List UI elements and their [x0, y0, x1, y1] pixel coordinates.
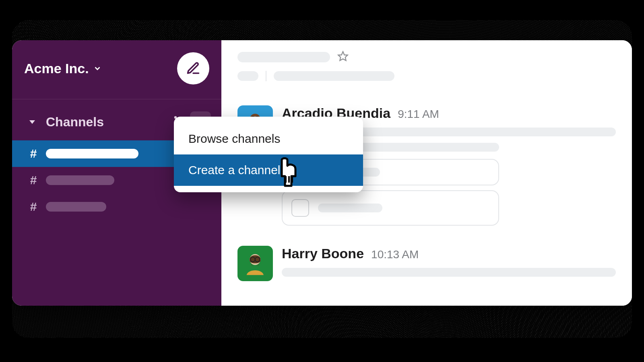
avatar[interactable] — [237, 246, 273, 281]
channel-item[interactable]: # — [12, 193, 221, 220]
channel-title-placeholder — [237, 52, 330, 62]
star-icon — [337, 51, 349, 62]
hash-icon: # — [28, 173, 39, 187]
add-channel-menu: Browse channels Create a channel — [174, 117, 363, 192]
attachment-title-placeholder — [318, 204, 382, 212]
message-time: 9:11 AM — [398, 108, 439, 121]
hash-icon: # — [28, 200, 39, 214]
workspace-name: Acme Inc. — [24, 61, 89, 76]
message: Harry Boone 10:13 AM — [237, 246, 616, 281]
meta-placeholder — [274, 71, 394, 81]
pointer-cursor-icon — [273, 157, 301, 191]
meta-placeholder — [237, 71, 258, 81]
message-author[interactable]: Harry Boone — [282, 246, 364, 261]
workspace-header: Acme Inc. — [12, 40, 221, 99]
hash-icon: # — [28, 147, 39, 160]
caret-down-icon[interactable] — [24, 117, 40, 127]
compose-button[interactable] — [177, 52, 209, 84]
attachment-thumb-placeholder — [291, 199, 309, 217]
channels-section-label: Channels — [46, 115, 159, 130]
channel-header — [237, 51, 616, 64]
channel-subheader — [237, 71, 616, 81]
workspace-switcher[interactable]: Acme Inc. — [24, 61, 102, 76]
star-button[interactable] — [337, 51, 349, 64]
channel-name-placeholder — [46, 149, 138, 158]
compose-icon — [186, 61, 200, 76]
channel-name-placeholder — [46, 202, 106, 212]
message-time: 10:13 AM — [371, 248, 419, 261]
message-line-placeholder — [282, 268, 616, 277]
divider — [266, 71, 266, 81]
chevron-down-icon — [93, 64, 102, 73]
attachment-card[interactable] — [282, 190, 499, 226]
avatar-person-icon — [243, 251, 268, 276]
menu-item-create-channel[interactable]: Create a channel — [174, 154, 363, 186]
menu-item-browse-channels[interactable]: Browse channels — [174, 123, 363, 154]
svg-marker-6 — [338, 51, 347, 60]
channel-name-placeholder — [46, 175, 114, 185]
svg-marker-0 — [29, 120, 35, 124]
